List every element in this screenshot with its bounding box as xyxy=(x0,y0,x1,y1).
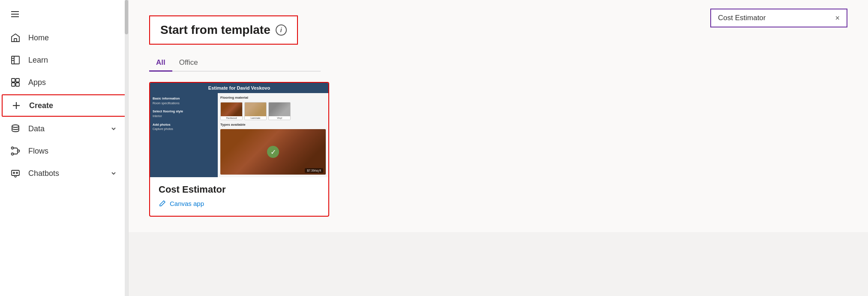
sidebar-item-data-label: Data xyxy=(28,124,102,133)
flooring-thumb-hardwood: Hardwood xyxy=(220,102,243,120)
card-type: Canvas app xyxy=(159,199,320,207)
sidebar-item-apps[interactable]: Apps xyxy=(0,71,128,94)
template-card-cost-estimator[interactable]: Estimate for David Veskovo Basic informa… xyxy=(149,82,329,217)
sidebar-item-learn[interactable]: Learn xyxy=(0,49,128,71)
chevron-down-icon-chatbots xyxy=(109,169,118,178)
svg-point-14 xyxy=(12,125,19,127)
svg-rect-10 xyxy=(12,83,15,86)
price-badge: $7.39/sq ft xyxy=(305,168,323,173)
app-preview-flooring-style: Select flooring style Interior xyxy=(153,109,215,118)
apps-icon xyxy=(10,77,21,88)
svg-point-15 xyxy=(12,147,14,149)
main-area: Start from template i All Office xyxy=(129,0,868,296)
app-preview: Estimate for David Veskovo Basic informa… xyxy=(150,83,328,177)
app-preview-right-panel: Flooring material Hardwood L xyxy=(218,93,328,177)
svg-rect-4 xyxy=(12,56,19,64)
section-title-box: Start from template i xyxy=(149,15,298,45)
tab-office[interactable]: Office xyxy=(172,55,205,72)
card-body-cost-estimator: Cost Estimator Canvas app xyxy=(150,177,328,216)
vinyl-preview xyxy=(269,103,290,116)
flooring-bottom-preview: ✓ $7.39/sq ft xyxy=(220,129,326,175)
sidebar-item-flows[interactable]: Flows xyxy=(0,140,128,162)
card-title: Cost Estimator xyxy=(159,184,320,195)
app-preview-add-photos: Add photos Capture photos xyxy=(153,123,215,131)
svg-rect-3 xyxy=(14,39,17,42)
svg-point-19 xyxy=(13,172,15,174)
svg-point-17 xyxy=(12,153,14,155)
sidebar-item-data[interactable]: Data xyxy=(0,118,128,140)
tab-all[interactable]: All xyxy=(149,55,172,72)
svg-rect-18 xyxy=(12,170,19,175)
wood-preview xyxy=(221,103,242,116)
pencil-icon xyxy=(159,199,166,207)
data-icon xyxy=(10,124,21,134)
menu-toggle-button[interactable] xyxy=(0,0,128,27)
svg-rect-11 xyxy=(16,83,19,86)
sidebar-item-home-label: Home xyxy=(28,33,118,42)
section-title: Start from template xyxy=(160,23,270,37)
types-available-label: Types available xyxy=(220,123,326,127)
chatbots-icon xyxy=(10,168,21,178)
cards-grid: Estimate for David Veskovo Basic informa… xyxy=(149,82,847,217)
app-preview-body: Basic information Room specifications Se… xyxy=(150,93,328,177)
laminate-preview xyxy=(245,103,266,116)
hamburger-icon xyxy=(10,9,20,19)
flooring-label: Flooring material xyxy=(220,96,326,100)
checkmark-icon: ✓ xyxy=(267,146,279,158)
svg-point-16 xyxy=(18,150,20,152)
flows-icon xyxy=(10,146,21,156)
sidebar-item-apps-label: Apps xyxy=(28,78,118,87)
flooring-thumb-vinyl: Vinyl xyxy=(268,102,291,120)
main-content: Start from template i All Office xyxy=(129,0,868,232)
search-box: × xyxy=(710,9,847,27)
sidebar-scrollbar-thumb xyxy=(125,0,128,34)
card-type-label: Canvas app xyxy=(170,200,204,207)
sidebar-item-flows-label: Flows xyxy=(28,147,118,156)
info-icon[interactable]: i xyxy=(276,24,287,36)
app-preview-header: Estimate for David Veskovo xyxy=(150,83,328,93)
book-icon xyxy=(10,55,21,65)
sidebar-item-chatbots-label: Chatbots xyxy=(28,169,102,178)
svg-rect-9 xyxy=(16,79,19,82)
search-clear-button[interactable]: × xyxy=(835,14,840,22)
svg-point-20 xyxy=(16,172,18,174)
sidebar-item-home[interactable]: Home xyxy=(0,27,128,49)
tabs-row: All Office xyxy=(149,55,321,72)
sidebar-item-create-label: Create xyxy=(29,101,117,110)
sidebar-item-chatbots[interactable]: Chatbots xyxy=(0,162,128,184)
app-preview-left-panel: Basic information Room specifications Se… xyxy=(150,93,218,177)
sidebar-item-create[interactable]: Create xyxy=(2,94,126,117)
content-area: Start from template i All Office xyxy=(129,0,868,232)
sidebar-scrollbar[interactable] xyxy=(125,0,128,296)
svg-rect-8 xyxy=(12,79,15,82)
search-input[interactable] xyxy=(718,14,831,22)
flooring-thumb-laminate: Laminate xyxy=(244,102,267,120)
app-preview-basic-info: Basic information Room specifications xyxy=(153,97,215,105)
home-icon xyxy=(10,33,21,43)
search-box-wrapper: × xyxy=(710,9,847,27)
flooring-thumbnails: Hardwood Laminate Vinyl xyxy=(220,102,326,120)
card-image-cost-estimator: Estimate for David Veskovo Basic informa… xyxy=(150,83,328,177)
sidebar-item-learn-label: Learn xyxy=(28,56,118,65)
chevron-down-icon xyxy=(109,124,118,133)
sidebar: Home Learn Apps xyxy=(0,0,129,296)
create-icon xyxy=(11,100,21,111)
